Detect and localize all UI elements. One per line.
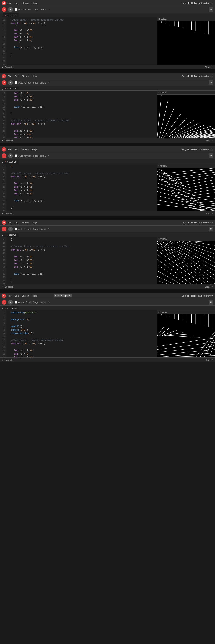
code-content-1: //top lines - spaces increment larger fo… <box>7 18 157 64</box>
console-bar-2: ▶ Console Clear ▼ <box>0 138 215 142</box>
language-selector-2[interactable]: English <box>182 75 189 78</box>
console-label-1: Console <box>5 66 13 68</box>
console-bar-4: ▶ Console Clear ▼ <box>0 284 215 289</box>
toolbar-3: Auto-refresh Sugar pulsar ✎ ⚙ <box>0 152 215 159</box>
play-button-4[interactable] <box>2 227 7 232</box>
code-content-5: angleMode(DEGREES); background(0); noFil… <box>7 310 157 358</box>
code-editor-5[interactable]: 34567 89101112 1314151617 1819202122 232… <box>0 310 157 358</box>
menu-edit-5[interactable]: Edit <box>15 294 19 297</box>
menu-help-4[interactable]: Help <box>32 221 37 224</box>
console-chevron-3[interactable]: ▼ <box>211 212 213 215</box>
code-lines-3: 2021222324 2526272829 3031323334 3536373… <box>0 164 157 211</box>
console-clear-4[interactable]: Clear <box>205 286 210 288</box>
autorefresh-checkbox-3[interactable]: Auto-refresh <box>15 154 31 157</box>
stop-button-2[interactable] <box>8 80 13 85</box>
code-editor-3[interactable]: 2021222324 2526272829 3031323334 3536373… <box>0 164 157 211</box>
stop-button[interactable] <box>8 7 13 12</box>
pencil-icon-2: ✎ <box>48 81 50 84</box>
language-selector-5[interactable]: English <box>182 294 189 297</box>
topbar-right: English Hello, battleaxbunny! <box>182 2 213 4</box>
settings-button-4[interactable]: ⚙ <box>208 227 213 232</box>
play-button-3[interactable] <box>2 154 7 158</box>
autorefresh-checkbox-2[interactable]: Auto-refresh <box>15 81 31 84</box>
menu-file-2[interactable]: File <box>8 75 12 78</box>
console-arrow-1[interactable]: ▶ <box>2 66 3 68</box>
file-tab-area-1: ▶ ● sketch.js <box>0 13 215 18</box>
sep-4 <box>0 289 215 293</box>
menu-sketch-4[interactable]: Sketch <box>22 221 29 224</box>
console-clear-3[interactable]: Clear <box>205 212 210 215</box>
code-editor-4[interactable]: 4243444546 4748495051 5253545556 5758596… <box>0 237 157 284</box>
sugar-pulsar-label-4: Sugar pulsar <box>33 228 47 230</box>
console-chevron-1[interactable]: ▼ <box>211 66 213 68</box>
play-button-2[interactable] <box>2 80 7 85</box>
console-arrow-5[interactable]: ▶ <box>2 359 3 361</box>
preview-svg-4 <box>157 241 215 284</box>
console-bar-1: ▶ Console Clear ▼ <box>0 64 215 69</box>
code-editor-1[interactable]: 1112131415 1617181920 2122232425 2627282… <box>0 18 157 64</box>
console-chevron-4[interactable]: ▼ <box>211 286 213 288</box>
file-tab-1[interactable]: ● sketch.js <box>3 13 19 17</box>
play-button[interactable] <box>2 7 7 12</box>
autorefresh-input[interactable] <box>15 8 18 11</box>
stop-button-3[interactable] <box>8 154 13 158</box>
menu-file[interactable]: File <box>8 2 12 4</box>
settings-button-2[interactable]: ⚙ <box>208 80 213 85</box>
code-editor-2[interactable]: 1516171819 2021222324 2526272829 3031323… <box>0 90 157 138</box>
menu-sketch[interactable]: Sketch <box>22 2 29 4</box>
language-selector[interactable]: English <box>182 2 189 4</box>
console-arrow-4[interactable]: ▶ <box>2 286 3 288</box>
stop-button-4[interactable] <box>8 227 13 232</box>
menu-file-4[interactable]: File <box>8 221 12 224</box>
file-tab-3[interactable]: ● sketch.js <box>3 160 19 164</box>
settings-button[interactable]: ⚙ <box>208 7 213 12</box>
autorefresh-checkbox-5[interactable]: Auto-refresh <box>15 301 31 304</box>
menu-edit-3[interactable]: Edit <box>15 148 19 151</box>
autorefresh-input-3[interactable] <box>15 154 18 157</box>
menu-sketch-5[interactable]: Sketch <box>22 294 29 297</box>
file-tab-name-4: sketch.js <box>7 234 17 236</box>
autorefresh-checkbox[interactable]: Auto-refresh <box>15 8 31 11</box>
file-dot-1: ● <box>5 14 6 16</box>
autorefresh-input-4[interactable] <box>15 228 18 230</box>
menu-edit-4[interactable]: Edit <box>15 221 19 224</box>
settings-button-3[interactable]: ⚙ <box>208 154 213 158</box>
menu-sketch-2[interactable]: Sketch <box>22 75 29 78</box>
console-clear-5[interactable]: Clear <box>205 359 210 361</box>
menu-edit[interactable]: Edit <box>15 2 19 4</box>
topbar-3: p5 File Edit Sketch Help English Hello, … <box>0 146 215 152</box>
autorefresh-input-5[interactable] <box>15 301 18 304</box>
console-clear-2[interactable]: Clear <box>205 139 210 142</box>
console-label-2: Console <box>5 139 13 142</box>
menu-file-5[interactable]: File <box>8 294 12 297</box>
file-tab-4[interactable]: ● sketch.js <box>3 233 19 237</box>
stop-button-5[interactable] <box>8 300 13 304</box>
pencil-icon-5: ✎ <box>48 301 50 304</box>
autorefresh-label-2: Auto-refresh <box>18 81 31 84</box>
menu-sketch-3[interactable]: Sketch <box>22 148 29 151</box>
console-clear-1[interactable]: Clear <box>205 66 210 68</box>
autorefresh-input-2[interactable] <box>15 81 18 84</box>
file-tab-2[interactable]: ● sketch.js <box>3 86 19 90</box>
language-selector-3[interactable]: English <box>182 148 189 151</box>
autorefresh-checkbox-4[interactable]: Auto-refresh <box>15 228 31 230</box>
console-arrow-2[interactable]: ▶ <box>2 139 3 142</box>
play-button-5[interactable] <box>2 300 7 304</box>
panel-5: p5 File Edit Sketch Help main-navigation… <box>0 293 215 362</box>
file-dot-4: ● <box>5 234 6 236</box>
topbar-menu-2: File Edit Sketch Help <box>8 75 37 78</box>
preview-label-2: Preview <box>157 90 215 95</box>
menu-file-3[interactable]: File <box>8 148 12 151</box>
file-tab-area-3: ▶ ● sketch.js <box>0 159 215 164</box>
console-chevron-2[interactable]: ▼ <box>211 139 213 142</box>
menu-help-2[interactable]: Help <box>32 75 37 78</box>
menu-help[interactable]: Help <box>32 2 37 4</box>
menu-help-5[interactable]: Help <box>32 294 37 297</box>
console-arrow-3[interactable]: ▶ <box>2 212 3 215</box>
menu-help-3[interactable]: Help <box>32 148 37 151</box>
settings-button-5[interactable]: ⚙ <box>208 300 213 304</box>
file-tab-5[interactable]: ● sketch.js <box>3 306 19 310</box>
language-selector-4[interactable]: English <box>182 221 189 224</box>
menu-edit-2[interactable]: Edit <box>15 75 19 78</box>
console-chevron-5[interactable]: ▼ <box>211 359 213 361</box>
